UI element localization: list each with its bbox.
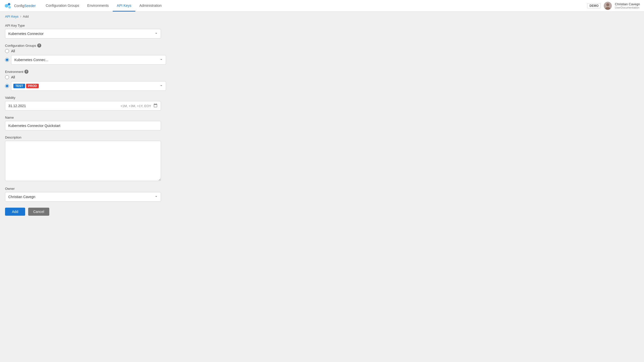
- user-name: Christian Cavegn: [615, 2, 640, 6]
- validity-field[interactable]: 31.12.2021 +1M, +3M, +1Y, EOY: [5, 101, 161, 111]
- validity-label: Validity: [5, 96, 166, 100]
- svg-point-0: [5, 4, 8, 8]
- nav-api-keys[interactable]: API Keys: [113, 0, 135, 12]
- logo-config-text: Config: [14, 4, 24, 8]
- environment-tags-field[interactable]: TEST PROD: [11, 81, 166, 91]
- description-section: Description: [5, 135, 166, 182]
- api-key-type-section: API Key Type Kubernetes Connector Generi…: [5, 24, 166, 38]
- environment-help-icon[interactable]: ?: [24, 70, 28, 74]
- demo-badge: DEMO: [587, 3, 601, 8]
- config-groups-all-label[interactable]: All: [11, 49, 15, 53]
- name-section: Name: [5, 116, 166, 130]
- cancel-button[interactable]: Cancel: [28, 208, 49, 216]
- owner-label: Owner: [5, 187, 166, 191]
- nav-administration[interactable]: Administration: [135, 0, 166, 12]
- logo-seeder-text: Seeder: [24, 4, 35, 8]
- validity-shortcuts: +1M, +3M, +1Y, EOY: [120, 103, 158, 109]
- api-key-type-select[interactable]: Kubernetes Connector Generic Azure: [5, 29, 161, 38]
- svg-point-1: [8, 3, 10, 6]
- svg-point-4: [606, 3, 609, 6]
- calendar-icon[interactable]: [153, 103, 158, 109]
- action-buttons: Add Cancel: [5, 208, 166, 216]
- config-groups-select-wrapper: Kubernetes Connec...: [11, 55, 166, 65]
- config-groups-all-row: All: [5, 49, 166, 53]
- page-content: API Key Type Kubernetes Connector Generi…: [0, 21, 171, 226]
- environment-radio-group: All TEST PROD: [5, 75, 166, 91]
- environment-specific-row: TEST PROD: [5, 81, 166, 91]
- environment-label: Environment ?: [5, 70, 166, 74]
- config-groups-select[interactable]: Kubernetes Connec...: [11, 55, 166, 65]
- avatar: [604, 2, 612, 10]
- environment-specific-radio[interactable]: [5, 84, 9, 88]
- breadcrumb: API Keys › Add: [0, 12, 644, 21]
- user-doc-link[interactable]: UserDocumentation: [615, 6, 640, 9]
- config-groups-help-icon[interactable]: ?: [37, 43, 41, 48]
- environment-all-label[interactable]: All: [11, 75, 15, 79]
- validity-shortcut-text: +1M, +3M, +1Y, EOY: [120, 104, 151, 108]
- config-groups-all-radio[interactable]: [5, 49, 9, 53]
- name-input[interactable]: [5, 121, 161, 130]
- api-key-type-wrapper: Kubernetes Connector Generic Azure: [5, 29, 161, 38]
- logo[interactable]: ConfigSeeder: [4, 2, 36, 10]
- top-navigation: ConfigSeeder Configuration Groups Enviro…: [0, 0, 644, 12]
- avatar-image: [604, 2, 612, 10]
- environment-all-radio[interactable]: [5, 75, 9, 79]
- topnav-right: DEMO Christian Cavegn UserDocumentation: [587, 2, 640, 10]
- description-label: Description: [5, 135, 166, 139]
- nav-configuration-groups[interactable]: Configuration Groups: [42, 0, 83, 12]
- config-groups-specific-row: Kubernetes Connec...: [5, 55, 166, 65]
- environment-tags-wrapper: TEST PROD: [11, 81, 166, 91]
- owner-select[interactable]: Christian Cavegn: [5, 192, 161, 202]
- nav-links: Configuration Groups Environments API Ke…: [42, 0, 166, 11]
- user-info: Christian Cavegn UserDocumentation: [615, 2, 640, 9]
- breadcrumb-parent[interactable]: API Keys: [5, 15, 18, 18]
- config-groups-section: Configuration Groups ? All Kubernetes Co…: [5, 43, 166, 65]
- description-textarea[interactable]: [5, 141, 161, 181]
- env-tag-prod: PROD: [26, 84, 39, 88]
- environment-section: Environment ? All TEST PROD: [5, 70, 166, 91]
- config-groups-radio-group: All Kubernetes Connec...: [5, 49, 166, 65]
- env-tag-test: TEST: [13, 84, 25, 88]
- nav-environments[interactable]: Environments: [83, 0, 113, 12]
- validity-date: 31.12.2021: [8, 104, 26, 108]
- svg-point-2: [8, 6, 11, 9]
- breadcrumb-separator: ›: [20, 14, 21, 19]
- environment-all-row: All: [5, 75, 166, 79]
- config-groups-specific-radio[interactable]: [5, 58, 9, 62]
- logo-icon: [4, 2, 12, 10]
- owner-wrapper: Christian Cavegn: [5, 192, 161, 202]
- config-groups-label: Configuration Groups ?: [5, 43, 166, 48]
- owner-section: Owner Christian Cavegn: [5, 187, 166, 202]
- name-label: Name: [5, 116, 166, 119]
- validity-wrapper: 31.12.2021 +1M, +3M, +1Y, EOY: [5, 101, 161, 111]
- validity-section: Validity 31.12.2021 +1M, +3M, +1Y, EOY: [5, 96, 166, 111]
- add-button[interactable]: Add: [5, 208, 25, 216]
- breadcrumb-current: Add: [23, 15, 29, 18]
- api-key-type-label: API Key Type: [5, 24, 166, 27]
